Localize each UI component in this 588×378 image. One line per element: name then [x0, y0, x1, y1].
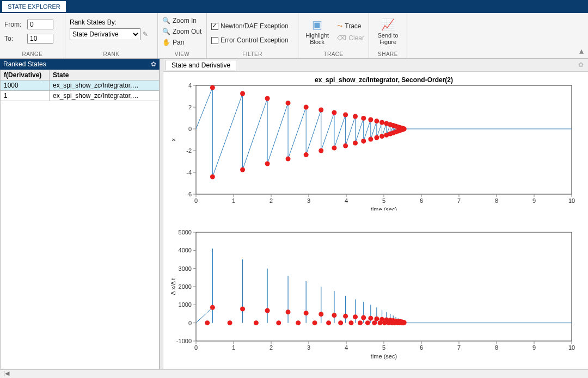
svg-text:9: 9 — [532, 344, 536, 351]
svg-point-148 — [240, 307, 245, 312]
svg-text:7: 7 — [457, 197, 461, 204]
svg-text:Δ x/Δ t: Δ x/Δ t — [170, 278, 176, 295]
svg-text:10: 10 — [568, 197, 575, 204]
error-checkbox[interactable]: Error Control Exception — [211, 35, 289, 46]
svg-point-166 — [368, 316, 373, 321]
svg-point-149 — [254, 320, 259, 325]
zoom-out-icon: 🔍 — [162, 28, 170, 35]
group-label-range: RANGE — [4, 51, 60, 58]
tab-state-and-derivative[interactable]: State and Derivative — [166, 60, 236, 70]
send-to-figure-button[interactable]: 📈 Send to Figure — [373, 15, 402, 48]
figure-icon: 📈 — [381, 18, 395, 31]
svg-text:4: 4 — [345, 197, 348, 204]
col-derivative[interactable]: f(Derivative) — [1, 70, 50, 80]
zoom-in-button[interactable]: 🔍Zoom In — [162, 15, 197, 26]
ribbon-group-trace: ▣ Highlight Block ⤳Trace ⌫Clear TRACE — [298, 13, 369, 58]
svg-point-164 — [361, 315, 366, 320]
gear-icon[interactable]: ✿ — [151, 60, 156, 68]
svg-point-41 — [240, 168, 245, 172]
svg-point-190 — [402, 320, 407, 325]
ribbon-group-view: 🔍Zoom In 🔍Zoom Out ✋Pan VIEW — [158, 13, 207, 58]
ribbon-group-range: From: To: RANGE — [0, 13, 65, 58]
tab-state-explorer[interactable]: STATE EXPLORER — [2, 0, 66, 12]
svg-point-159 — [338, 320, 343, 325]
svg-point-161 — [348, 320, 353, 325]
svg-point-168 — [374, 317, 379, 321]
svg-text:2: 2 — [270, 197, 273, 204]
svg-point-150 — [265, 308, 270, 313]
svg-point-44 — [286, 101, 291, 106]
svg-text:time (sec): time (sec) — [371, 206, 397, 210]
svg-text:0: 0 — [188, 320, 192, 326]
plot-pane: State and Derivative ✿ ex_spi_show_zc/In… — [163, 59, 588, 369]
svg-point-162 — [353, 314, 358, 319]
collapse-ribbon-icon[interactable]: ▴ — [579, 46, 584, 56]
group-label-rank: RANK — [70, 51, 153, 58]
svg-point-60 — [374, 119, 379, 123]
svg-text:3: 3 — [307, 197, 310, 204]
svg-point-45 — [286, 157, 291, 162]
rank-by-select[interactable]: State Derivative — [70, 28, 140, 40]
to-input[interactable] — [27, 34, 53, 44]
svg-text:6: 6 — [420, 344, 423, 351]
svg-text:3: 3 — [307, 344, 310, 351]
clear-icon: ⌫ — [337, 34, 346, 42]
svg-text:x: x — [170, 138, 176, 141]
svg-point-58 — [368, 117, 373, 122]
svg-point-63 — [379, 134, 384, 139]
svg-text:8: 8 — [495, 197, 498, 204]
table-row[interactable]: 1000ex_spi_show_zc/Integrator,… — [1, 80, 160, 91]
svg-point-57 — [361, 139, 366, 144]
pan-icon: ✋ — [162, 39, 170, 46]
from-input[interactable] — [27, 20, 53, 29]
svg-point-152 — [286, 309, 291, 314]
svg-text:4000: 4000 — [179, 247, 192, 253]
svg-point-145 — [205, 320, 210, 325]
pan-button[interactable]: ✋Pan — [162, 37, 184, 48]
gear-icon[interactable]: ✿ — [578, 61, 584, 69]
table-row[interactable]: 1ex_spi_show_zc/Integrator,… — [1, 91, 160, 101]
svg-point-154 — [304, 311, 309, 315]
svg-text:0: 0 — [188, 126, 192, 132]
checkbox-icon — [211, 23, 218, 30]
zoom-out-button[interactable]: 🔍Zoom Out — [162, 26, 201, 37]
svg-text:1000: 1000 — [179, 301, 192, 308]
svg-point-146 — [210, 305, 215, 310]
svg-text:1: 1 — [232, 344, 235, 351]
svg-text:8: 8 — [495, 344, 498, 351]
svg-point-42 — [265, 96, 270, 101]
svg-point-61 — [374, 135, 379, 140]
svg-point-62 — [379, 120, 384, 125]
highlight-icon: ▣ — [312, 18, 322, 31]
svg-point-56 — [361, 116, 366, 121]
svg-text:2: 2 — [188, 104, 192, 110]
svg-text:6: 6 — [420, 197, 423, 204]
svg-point-48 — [318, 108, 323, 113]
svg-text:time (sec): time (sec) — [371, 353, 397, 360]
svg-point-38 — [210, 85, 215, 90]
pencil-icon[interactable]: ✎ — [143, 30, 148, 38]
svg-point-158 — [332, 313, 336, 318]
svg-text:2: 2 — [270, 344, 273, 351]
svg-point-160 — [343, 314, 348, 319]
col-state[interactable]: State — [50, 70, 160, 80]
svg-text:4: 4 — [188, 82, 192, 89]
svg-text:3000: 3000 — [179, 265, 192, 272]
trace-button[interactable]: ⤳Trace — [337, 21, 364, 32]
ranked-states-table: f(Derivative) State 1000ex_spi_show_zc/I… — [0, 70, 160, 101]
group-label-view: VIEW — [162, 51, 202, 58]
newton-checkbox[interactable]: Newton/DAE Exception — [211, 21, 289, 32]
title-bar: STATE EXPLORER — [0, 0, 588, 13]
svg-text:5: 5 — [382, 344, 385, 351]
svg-point-43 — [265, 162, 270, 166]
highlight-block-button[interactable]: ▣ Highlight Block — [303, 15, 332, 48]
svg-point-53 — [343, 144, 348, 148]
clear-button[interactable]: ⌫Clear — [337, 33, 364, 44]
svg-point-147 — [228, 320, 232, 325]
svg-point-163 — [358, 320, 363, 325]
svg-rect-1 — [196, 85, 572, 194]
group-label-trace: TRACE — [303, 51, 364, 58]
svg-point-155 — [313, 320, 317, 325]
plot-area[interactable]: ex_spi_show_zc/Integrator, Second-Order(… — [163, 72, 588, 369]
to-label: To: — [4, 35, 24, 42]
